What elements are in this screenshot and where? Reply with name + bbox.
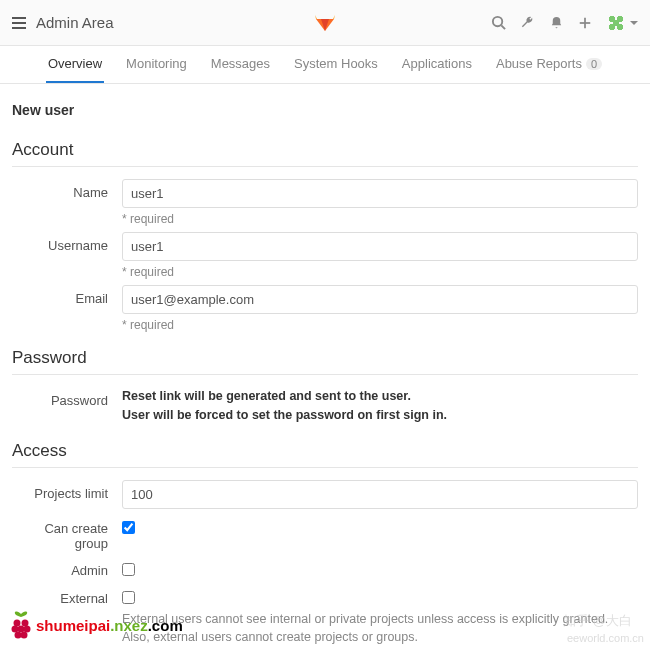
admin-checkbox[interactable] [122,563,135,576]
top-right [491,13,638,33]
watermark-2: eeworld.com.cn [567,632,644,644]
row-username: Username * required [12,232,638,279]
section-account-title: Account [12,130,638,167]
section-password-title: Password [12,338,638,375]
tab-abuse-reports[interactable]: Abuse Reports 0 [494,46,604,83]
tab-system-hooks[interactable]: System Hooks [292,46,380,83]
search-icon[interactable] [491,15,506,30]
email-input[interactable] [122,285,638,314]
row-can-create-group: Can create group [12,515,638,551]
name-required: * required [122,212,638,226]
external-checkbox[interactable] [122,591,135,604]
can-create-group-checkbox[interactable] [122,521,135,534]
svg-point-8 [24,626,31,633]
row-password: Password Reset link will be generated an… [12,387,638,425]
tab-overview[interactable]: Overview [46,46,104,83]
footer-brand: shumeipai .nxez .com [8,610,183,640]
abuse-reports-badge: 0 [586,58,602,70]
svg-point-0 [493,17,502,26]
email-required: * required [122,318,638,332]
svg-point-5 [22,620,29,627]
top-bar: Admin Area [0,0,650,46]
email-label: Email [12,285,122,332]
brand-part-1: shumeipai [36,617,110,634]
row-admin: Admin [12,557,638,579]
username-input[interactable] [122,232,638,261]
tab-abuse-reports-label: Abuse Reports [496,56,582,71]
can-create-group-label: Can create group [12,515,122,551]
external-help-text: External users cannot see internal or pr… [122,610,638,648]
row-email: Email * required [12,285,638,332]
watermark: 知乎 @大白 [563,612,632,630]
svg-line-1 [501,25,505,29]
plus-icon[interactable] [578,16,592,30]
name-label: Name [12,179,122,226]
tab-monitoring[interactable]: Monitoring [124,46,189,83]
section-access-title: Access [12,431,638,468]
svg-point-10 [21,632,28,639]
svg-point-9 [15,632,22,639]
page-title: Admin Area [36,14,114,31]
password-info-2: User will be forced to set the password … [122,406,638,425]
brand-part-3: .com [148,617,183,634]
admin-label: Admin [12,557,122,579]
tab-messages[interactable]: Messages [209,46,272,83]
wrench-icon[interactable] [520,15,535,30]
svg-point-7 [18,626,25,633]
page-heading: New user [12,94,638,130]
raspberry-icon [8,610,34,640]
password-info-1: Reset link will be generated and sent to… [122,387,638,406]
avatar [606,13,626,33]
username-label: Username [12,232,122,279]
name-input[interactable] [122,179,638,208]
bell-icon[interactable] [549,15,564,30]
username-required: * required [122,265,638,279]
svg-point-6 [12,626,19,633]
password-label: Password [12,387,122,425]
projects-limit-label: Projects limit [12,480,122,509]
projects-limit-input[interactable] [122,480,638,509]
user-menu[interactable] [606,13,638,33]
tab-applications[interactable]: Applications [400,46,474,83]
svg-point-4 [14,620,21,627]
menu-toggle-icon[interactable] [12,17,26,29]
row-projects-limit: Projects limit [12,480,638,509]
top-left: Admin Area [12,14,114,31]
gitlab-logo-icon[interactable] [313,9,337,36]
brand-part-2: .nxez [110,617,148,634]
nav-tabs: Overview Monitoring Messages System Hook… [0,46,650,84]
chevron-down-icon [630,21,638,25]
row-name: Name * required [12,179,638,226]
content: New user Account Name * required Usernam… [0,84,650,648]
